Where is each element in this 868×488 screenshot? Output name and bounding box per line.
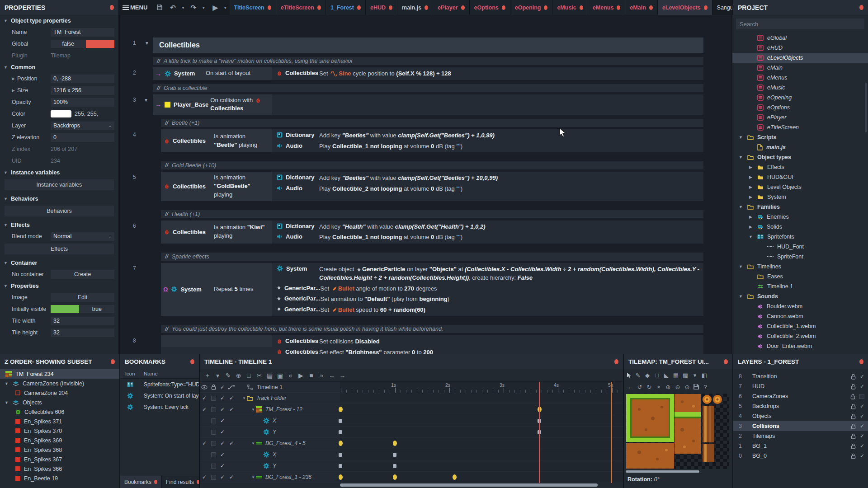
caret-down-icon[interactable]: ▼ (5, 400, 9, 405)
toolbar-back-button[interactable]: ← (327, 372, 337, 379)
section-container[interactable]: ▼Container (0, 257, 118, 268)
layer-visibility-checkbox[interactable]: ✓ (860, 403, 864, 409)
toolbar-select-button[interactable]: □ (244, 372, 254, 379)
tree-item-collectible-1-webm[interactable]: Collectible_1.webm (732, 321, 868, 331)
keyframe[interactable] (339, 419, 342, 423)
tab-eOptions[interactable]: eOptions (470, 0, 510, 15)
action-row[interactable]: CollectiblesSet Sine cycle position to (… (272, 68, 703, 79)
condition-cell[interactable]: CollectiblesIs animation "GoldBeetle" pl… (161, 172, 272, 201)
action-row[interactable]: DictionaryAdd key "Beetles" with value c… (272, 130, 703, 141)
tree-item-hud-gui[interactable]: ▶HUD&GUI (732, 172, 868, 182)
keyframe[interactable] (339, 407, 343, 412)
tree-item-door-enter-webm[interactable]: Door_Enter.webm (732, 341, 868, 351)
z-order-item-en-spikes-366[interactable]: En_Spikes 366 (0, 464, 119, 474)
track-checkbox[interactable]: ✓ (218, 451, 227, 458)
z-order-item-en-spikes-371[interactable]: En_Spikes 371 (0, 417, 119, 426)
action-row[interactable]: GenericPar...Set Bullet speed to 60 + ra… (272, 305, 703, 315)
edit-button[interactable]: Edit (51, 293, 114, 302)
event-comment[interactable]: //Gold Beetle (+10) (161, 161, 703, 169)
track-keyframes[interactable] (340, 427, 623, 437)
instance-variables-button[interactable]: Instance variables (5, 179, 114, 190)
caret-right-icon[interactable]: ▶ (12, 76, 15, 81)
tab-eMenus[interactable]: eMenus (588, 0, 626, 15)
tree-item-enemies[interactable]: ▶Enemies (732, 212, 868, 222)
tilemap-zoom-in-button[interactable]: ⊕ (664, 384, 673, 390)
tab-ePlayer[interactable]: ePlayer (433, 0, 469, 15)
tree-item-main-js[interactable]: main.js (732, 142, 868, 152)
tab-eHUD[interactable]: eHUD (366, 0, 397, 15)
color-swatch[interactable] (51, 110, 71, 117)
track-checkbox[interactable] (209, 418, 218, 423)
toolbar-paste-button[interactable]: ▣ (275, 372, 285, 379)
track-checkbox[interactable]: ✓ (200, 406, 209, 413)
caret-right-icon[interactable]: ▶ (748, 225, 754, 229)
layer-visibility-checkbox[interactable]: ✓ (860, 423, 864, 429)
tilemap-cursor-button[interactable] (626, 372, 633, 379)
play-button[interactable]: ▶ (210, 0, 222, 15)
tilemap-back-button[interactable]: ← (626, 384, 635, 390)
undo-button[interactable]: ↶ (167, 0, 179, 15)
condition-cell[interactable]: CollectiblesIs animation "Beetle" playin… (161, 129, 272, 152)
tree-item-eases[interactable]: Eases (732, 272, 868, 282)
save-button[interactable] (152, 0, 167, 15)
caret-right-icon[interactable]: ▶ (748, 195, 754, 199)
tree-item-scripts[interactable]: ▼Scripts (732, 132, 868, 142)
action-row[interactable]: SystemCreate object GenericParticle on l… (272, 264, 703, 283)
section-properties[interactable]: ▼Properties (0, 280, 118, 291)
track-checkbox[interactable]: ✓ (200, 474, 209, 480)
track-keyframes[interactable] (340, 460, 623, 471)
keyframe[interactable] (339, 430, 342, 434)
track-checkbox[interactable]: ✓ (200, 395, 209, 401)
project-scrollbar[interactable] (865, 83, 867, 132)
tree-item-level-objects[interactable]: ▶Level Objects (732, 182, 868, 192)
layer-visibility-checkbox[interactable]: ✓ (860, 433, 864, 439)
section-behaviors[interactable]: ▼Behaviors (0, 193, 118, 204)
condition-cell[interactable]: →SystemOn start of layout (153, 67, 272, 80)
tab-eMusic[interactable]: eMusic (552, 0, 588, 15)
tilemap-dropdown-button[interactable]: ▾ (690, 372, 699, 379)
action-row[interactable]: AudioPlay Collectible_1 not looping at v… (272, 232, 703, 243)
header-check-icon[interactable]: ✓ (218, 384, 227, 390)
tree-item-timelines[interactable]: ▼Timelines (732, 262, 868, 272)
caret-right-icon[interactable]: ▶ (12, 88, 15, 93)
tree-item-object-types[interactable]: ▼Object types (732, 152, 868, 162)
condition-cell[interactable]: →Player_BaseOn collision with Collectibl… (153, 94, 272, 115)
timeline-track-x[interactable]: ✓X (200, 415, 623, 427)
timeline-track-y[interactable]: ✓Y (200, 460, 623, 472)
tab-eLevelObjects[interactable]: eLevelObjects (658, 0, 712, 15)
track-checkbox[interactable] (209, 452, 218, 457)
toolbar-forward-button[interactable]: → (338, 372, 347, 379)
keyframe[interactable] (453, 474, 457, 480)
header-lock-icon[interactable] (209, 384, 218, 390)
tab-find-results[interactable]: Find results (162, 476, 199, 488)
caret-right-icon[interactable]: ▶ (748, 215, 754, 219)
toolbar-add-keyframe-button[interactable]: ⊕ (234, 372, 243, 379)
tree-item-collectible-2-webm[interactable]: Collectible_2.webm (732, 331, 868, 341)
z-order-item-camerazones-invisible-[interactable]: ▼CameraZones (Invisible) (0, 379, 119, 388)
track-keyframes[interactable] (340, 449, 623, 460)
tab-eMain[interactable]: eMain (625, 0, 657, 15)
caret-down-icon[interactable]: ▼ (738, 155, 744, 160)
property-dropdown[interactable]: Backdrops⌄ (51, 122, 114, 130)
action-row[interactable]: DictionaryAdd key "Health" with value cl… (272, 221, 703, 232)
tilemap-marquee-button[interactable]: ▦ (671, 372, 680, 379)
action-row[interactable]: DictionaryAdd key "Beetles" with value c… (272, 173, 703, 183)
visible-toggle[interactable]: true (51, 305, 114, 313)
track-checkbox[interactable]: ✓ (218, 440, 227, 446)
z-order-item-en-spikes-368[interactable]: En_Spikes 368 (0, 445, 119, 455)
layer-visibility-checkbox[interactable] (859, 394, 864, 399)
tilemap-rotate-ccw-button[interactable]: ↺ (635, 384, 644, 390)
action-row[interactable]: CollectiblesSet effect "Brightness" para… (272, 347, 703, 354)
toolbar-end-button[interactable]: » (317, 372, 326, 379)
event-block[interactable]: 3▼→Player_BaseOn collision with Collecti… (153, 94, 703, 115)
track-keyframes[interactable] (340, 415, 623, 426)
toolbar-play-button[interactable]: ▶ (296, 372, 306, 379)
track-checkbox[interactable] (209, 464, 218, 469)
property-value-field[interactable]: 32 (51, 317, 114, 325)
tilemap-rectangle-button[interactable]: □ (652, 372, 661, 379)
event-comment[interactable]: //You could just destroy the collectible… (161, 325, 703, 333)
tree-item-ehud[interactable]: eHUD (732, 43, 868, 53)
tilemap-save-button[interactable] (692, 384, 700, 390)
toolbar-edit-button[interactable]: ✎ (223, 372, 233, 379)
toolbar-copy-button[interactable]: ▤ (265, 372, 274, 379)
